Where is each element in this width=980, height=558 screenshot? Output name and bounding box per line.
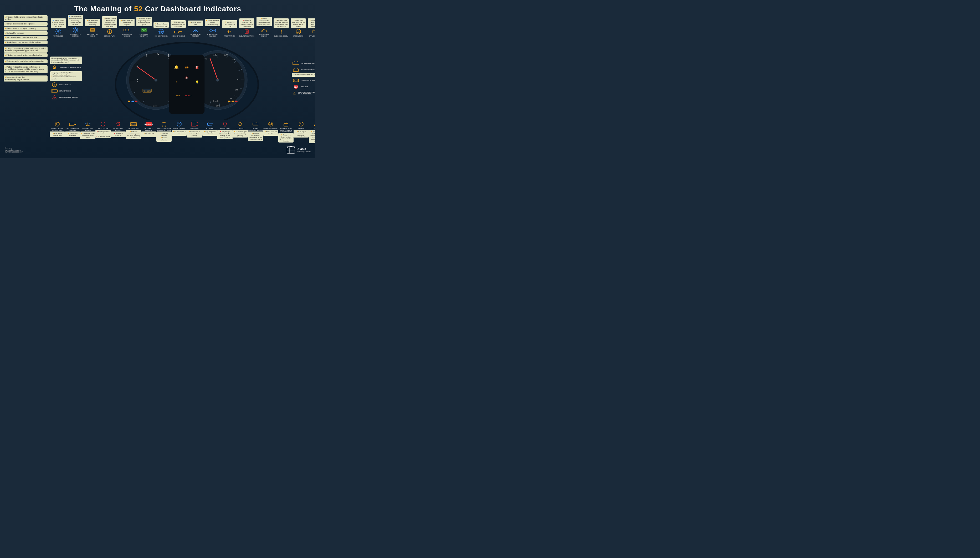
svg-point-21 bbox=[194, 30, 195, 31]
svg-text:⚙: ⚙ bbox=[52, 65, 57, 70]
svg-rect-115 bbox=[232, 101, 234, 102]
indicator-airbag: AIRBAG FAULT ● If light stays illuminate… bbox=[218, 120, 232, 140]
left-callout-1: Indicates that the engine computer has n… bbox=[4, 15, 47, 21]
svg-text:DEF: DEF bbox=[159, 31, 163, 33]
center-panel: ● Winter mode activated (vehicle moves i… bbox=[50, 15, 315, 143]
indicator-cruise: CRUISE CONTROL ● Cruise control is set bbox=[172, 120, 187, 136]
svg-line-24 bbox=[212, 30, 216, 31]
svg-point-141 bbox=[165, 126, 166, 127]
indicator-steering-lock: ● Issue detected; system deactivated tem… bbox=[68, 15, 83, 37]
svg-text:❄: ❄ bbox=[227, 30, 230, 34]
sources-label: Sources: www.autozone.com www.blog.caasc… bbox=[5, 147, 23, 153]
svg-text:!: ! bbox=[103, 123, 103, 126]
svg-rect-38 bbox=[313, 30, 315, 33]
indicator-winter-mode: ● Winter mode activated (vehicle moves i… bbox=[51, 18, 66, 37]
indicator-eco: ● Indicates engine is operating close to… bbox=[136, 17, 152, 37]
svg-text:ABS: ABS bbox=[294, 86, 299, 89]
svg-rect-112 bbox=[131, 101, 134, 102]
bottom-indicators-row: POWER STEERING WARNING LIGHT ● Low power… bbox=[50, 120, 315, 144]
svg-text:Lim: Lim bbox=[296, 31, 300, 33]
svg-rect-116 bbox=[235, 101, 237, 102]
sources-bar: Sources: www.autozone.com www.blog.caasc… bbox=[3, 144, 313, 156]
mid-left-callout-1: Abnormal reading from transmission senso… bbox=[50, 57, 82, 64]
svg-point-147 bbox=[207, 123, 210, 125]
svg-text:80: 80 bbox=[232, 58, 235, 61]
svg-text:!: ! bbox=[164, 123, 164, 125]
svg-rect-120 bbox=[293, 69, 299, 72]
svg-rect-17 bbox=[175, 31, 178, 33]
indicator-hill-descent: ● Vehicle automatically controls braking… bbox=[257, 17, 272, 37]
svg-text:CHANGE ENGINE OIL: CHANGE ENGINE OIL bbox=[144, 123, 154, 125]
indicator-tpms: ! TPMS (Tire pressure monitoring system)… bbox=[156, 120, 172, 142]
svg-text:ECO: ECO bbox=[141, 29, 147, 31]
svg-text:→ 99G→: → 99G→ bbox=[213, 105, 222, 107]
dashboard-svg: 0 2 4 6 8 % RPM ×10 CHECK bbox=[113, 37, 260, 120]
indicator-oil-change: CHANGE ENGINE OIL OIL CHANGE REMINDER ● … bbox=[141, 120, 156, 137]
left-panel: Indicates that the engine computer has n… bbox=[3, 15, 49, 143]
indicator-brake: ! BRAKE SYSTEM ● Parking brake is on● Br… bbox=[95, 120, 111, 138]
indicator-coolant: COOLANT TEMP WARNING ● Temperature has e… bbox=[80, 120, 95, 139]
indicator-dirty-air: ● Spoiler system malfunctioning (loose/b… bbox=[102, 16, 117, 37]
left-callout-7: If it lights momentarily, ignition switc… bbox=[4, 46, 47, 53]
indicator-door-ajar: DOOR AJAR ● Door, hood, or trunk not clo… bbox=[187, 120, 202, 138]
svg-point-46 bbox=[52, 90, 53, 92]
indicator-shift-lock: AUTOMATIC SHIFT LOCK (or Engine Start In… bbox=[278, 120, 294, 143]
svg-text:20: 20 bbox=[236, 89, 238, 91]
indicator-overdrive: O/D OFF OVERDRIVE OFF ● Vehicle's overdr… bbox=[126, 120, 141, 140]
left-callout-10: Modern vehicles limit vehicle performanc… bbox=[4, 65, 47, 73]
indicator-esc-fault: ! ESC FAULT ● Problem with vehicle's tra… bbox=[309, 120, 315, 144]
indicator-rain-light: ● Air filter needs replacing or inspecti… bbox=[85, 19, 100, 37]
indicator-glow-plug: ● Engine's glow plugs are warming up; do… bbox=[273, 18, 289, 37]
indicator-speed-limiter: ● Driver set a speed limit and the vehic… bbox=[291, 18, 306, 37]
left-callout-3: Gas cap is loose, damaged, or missing bbox=[4, 26, 47, 30]
svg-rect-18 bbox=[179, 31, 182, 33]
indicator-lamp-out: LAMP OUT ● An exterior light is not func… bbox=[232, 120, 248, 138]
svg-point-88 bbox=[216, 79, 219, 82]
svg-text:O/D OFF: O/D OFF bbox=[130, 123, 137, 125]
main-container: The Meaning of 52 Car Dashboard Indicato… bbox=[0, 0, 315, 158]
left-callout-8: If it stays on, security system is malfu… bbox=[4, 53, 47, 57]
svg-point-140 bbox=[162, 126, 163, 127]
svg-rect-111 bbox=[128, 101, 130, 102]
svg-line-26 bbox=[212, 31, 216, 31]
svg-rect-114 bbox=[228, 101, 231, 102]
svg-text:0: 0 bbox=[137, 79, 139, 82]
mid-right-callout-1: TRANSMISSION TEMPERATURE bbox=[292, 73, 315, 77]
mid-right-indicators: BATTERY/CHARGING ALERT AIR SUSPENSION WA… bbox=[291, 60, 315, 97]
svg-text:-1.15- ←: -1.15- ← bbox=[152, 105, 160, 107]
svg-text:100: 100 bbox=[224, 53, 227, 56]
indicator-catalytic: CATALYTIC CONVERTER WARNING ● Catalytic … bbox=[248, 120, 263, 141]
mid-left-callout-2: ● Lighting or electrical problem ● Tract… bbox=[50, 71, 82, 81]
indicator-distance: ● Object in road ahead approaching too q… bbox=[170, 20, 186, 37]
svg-rect-161 bbox=[284, 123, 288, 126]
svg-text:🔆: 🔆 bbox=[185, 66, 189, 69]
svg-line-146 bbox=[196, 125, 198, 126]
svg-rect-128 bbox=[69, 123, 74, 126]
svg-rect-113 bbox=[135, 101, 137, 102]
indicator-fog-lamp: FOG LAMP ● Fog lamps are activated bbox=[202, 120, 218, 136]
svg-rect-10 bbox=[124, 29, 130, 31]
indicator-dpf: ● Diesel exhaust particulate filter fail… bbox=[308, 18, 315, 37]
indicator-def: ● Diesel exhaust fluid reservoir low DEF… bbox=[154, 22, 169, 37]
svg-rect-157 bbox=[253, 123, 258, 125]
svg-text:0: 0 bbox=[231, 97, 232, 100]
svg-point-23 bbox=[210, 29, 212, 32]
svg-point-124 bbox=[294, 93, 295, 94]
left-callout-5: Mass airflow sensor needs to be replaced bbox=[4, 36, 47, 39]
svg-text:4: 4 bbox=[146, 54, 147, 57]
top-indicators-row: ● Winter mode activated (vehicle moves i… bbox=[50, 15, 315, 37]
indicator-frost: ● Ice may be forming on the road ❄! FROS… bbox=[222, 20, 237, 37]
indicator-fuel-filter: ● Fuel filter reaching max capacity, nee… bbox=[239, 18, 254, 37]
left-callout-11: Low power steering fluidPower steering m… bbox=[4, 75, 47, 82]
svg-point-152 bbox=[223, 122, 227, 125]
indicator-washer: ● Washer fluid is low WASHER FLUID REMIN… bbox=[188, 21, 203, 37]
svg-text:km/h: km/h bbox=[213, 100, 218, 103]
svg-text:!: ! bbox=[54, 97, 55, 99]
left-callout-2: Oxygen sensor needs to be replaced bbox=[4, 22, 47, 26]
brand-icon bbox=[286, 145, 296, 154]
brand-logo: Alan's Factory Outlet bbox=[286, 145, 311, 154]
svg-point-22 bbox=[196, 30, 197, 31]
svg-text:2: 2 bbox=[137, 64, 139, 67]
mid-left-indicators: Abnormal reading from transmission senso… bbox=[50, 56, 82, 102]
indicator-power-steering: POWER STEERING WARNING LIGHT ● Low power… bbox=[50, 120, 65, 137]
